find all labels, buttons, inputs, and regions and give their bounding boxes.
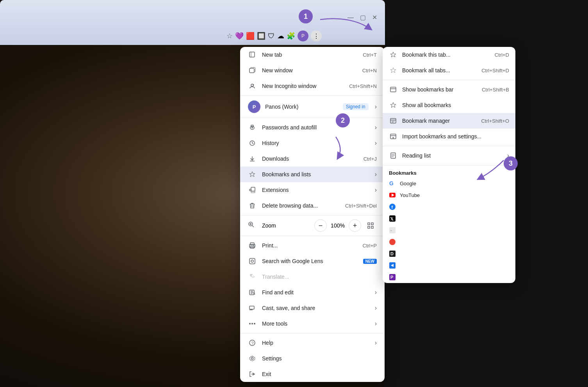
menu-new-window[interactable]: New window Ctrl+N xyxy=(240,63,385,78)
bookmark-star-icon[interactable]: ☆ xyxy=(226,32,233,40)
svg-rect-28 xyxy=(249,258,255,264)
bm-show-bar-shortcut: Ctrl+Shift+B xyxy=(482,87,509,93)
divider-2 xyxy=(240,118,385,118)
bookmark-purple-p[interactable]: P xyxy=(383,271,515,283)
svg-text:?: ? xyxy=(251,341,254,346)
step-2-circle: 2 xyxy=(336,113,350,127)
search-lens-icon xyxy=(248,257,257,265)
find-edit-arrow-icon: › xyxy=(375,289,377,296)
menu-bookmarks[interactable]: Bookmarks and lists › xyxy=(240,167,385,182)
menu-delete-browsing[interactable]: Delete browsing data... Ctrl+Shift+Del xyxy=(240,198,385,213)
zoom-label: Zoom xyxy=(262,222,314,229)
menu-search-lens[interactable]: Search with Google Lens NEW xyxy=(240,253,385,269)
google-label: Google xyxy=(400,181,416,186)
divider-3 xyxy=(240,215,385,215)
bookmarks-icon xyxy=(248,170,257,179)
profile-avatar-icon[interactable]: P xyxy=(298,30,308,41)
bm-import-label: Import bookmarks and settings... xyxy=(402,133,509,140)
help-label: Help xyxy=(262,340,372,346)
downloads-shortcut: Ctrl+J xyxy=(363,156,377,162)
bookmark-google[interactable]: G Google xyxy=(383,177,515,189)
exit-icon xyxy=(248,370,257,378)
menu-settings[interactable]: Settings xyxy=(240,351,385,366)
print-shortcut: Ctrl+P xyxy=(363,243,377,249)
bm-import[interactable]: Import bookmarks and settings... xyxy=(383,129,515,144)
menu-downloads[interactable]: Downloads Ctrl+J xyxy=(240,151,385,167)
svg-point-6 xyxy=(252,127,253,129)
new-window-label: New window xyxy=(262,67,362,73)
bookmark-red[interactable] xyxy=(383,236,515,248)
cast-save-label: Cast, save, and share xyxy=(262,305,372,311)
find-edit-icon xyxy=(248,288,257,297)
bookmark-tab-icon xyxy=(389,50,397,59)
bm-bookmark-tab[interactable]: Bookmark this tab... Ctrl+D xyxy=(383,47,515,63)
bm-show-all[interactable]: Show all bookmarks xyxy=(383,97,515,113)
search-lens-label: Search with Google Lens xyxy=(262,258,360,264)
bm-bookmark-manager[interactable]: Bookmark manager Ctrl+Shift+O xyxy=(383,113,515,129)
bm-bookmark-all[interactable]: Bookmark all tabs... Ctrl+Shift+D xyxy=(383,63,515,78)
bookmark-twitter[interactable]: 𝕏 xyxy=(383,213,515,224)
bookmark-youtube[interactable]: YouTube xyxy=(383,189,515,201)
cast-save-icon xyxy=(248,304,257,312)
menu-cast-save[interactable]: Cast, save, and share › xyxy=(240,300,385,316)
close-button[interactable]: ✕ xyxy=(372,14,377,21)
window-controls: — ▢ ✕ xyxy=(347,14,377,21)
cast-save-arrow-icon: › xyxy=(375,305,377,312)
menu-passwords[interactable]: Passwords and autofill › xyxy=(240,120,385,135)
menu-translate[interactable]: Translate... xyxy=(240,269,385,285)
zoom-icon xyxy=(248,221,257,230)
svg-text:D: D xyxy=(390,251,394,256)
blue-arrow-favicon xyxy=(389,262,396,269)
svg-rect-20 xyxy=(368,223,370,225)
menu-help[interactable]: ? Help › xyxy=(240,335,385,351)
menu-more-tools[interactable]: More tools › xyxy=(240,316,385,331)
new-tab-icon xyxy=(248,50,257,59)
downloads-label: Downloads xyxy=(262,156,363,162)
extension-icon-1[interactable]: 💜 xyxy=(235,32,244,40)
extension-icon-5[interactable]: ☁ xyxy=(277,32,284,40)
divider-5 xyxy=(240,333,385,333)
extension-icon-3[interactable]: 🔲 xyxy=(257,32,265,40)
bookmark-blue-arrow[interactable] xyxy=(383,260,515,271)
more-tools-arrow-icon: › xyxy=(375,320,377,327)
profile-name: Panos (Work) xyxy=(265,104,343,110)
menu-exit[interactable]: Exit xyxy=(240,366,385,382)
divider-4 xyxy=(240,236,385,236)
bookmark-dark-d[interactable]: D xyxy=(383,248,515,260)
bookmark-unknown1[interactable]: ~ xyxy=(383,224,515,236)
passwords-arrow-icon: › xyxy=(375,124,377,131)
bm-reading-list[interactable]: Reading list › xyxy=(383,148,515,163)
extension-icon-2[interactable]: 🟥 xyxy=(246,32,255,40)
menu-print[interactable]: Print... Ctrl+P xyxy=(240,238,385,253)
zoom-decrease-button[interactable]: − xyxy=(314,219,327,232)
menu-extensions[interactable]: Extensions › xyxy=(240,182,385,198)
zoom-expand-button[interactable] xyxy=(364,219,377,232)
show-all-icon xyxy=(389,101,397,109)
menu-kebab-icon[interactable]: ⋮ xyxy=(311,30,322,41)
maximize-button[interactable]: ▢ xyxy=(360,14,366,21)
red-favicon xyxy=(389,238,396,245)
bm-show-bar[interactable]: Show bookmarks bar Ctrl+Shift+B xyxy=(383,82,515,97)
menu-new-tab[interactable]: New tab Ctrl+T xyxy=(240,47,385,63)
svg-point-29 xyxy=(251,260,253,262)
extension-icon-6[interactable]: 🧩 xyxy=(287,32,295,40)
extension-icon-4[interactable]: 🛡 xyxy=(268,32,275,40)
menu-find-edit[interactable]: Find and edit › xyxy=(240,285,385,300)
bm-divider-2 xyxy=(383,146,515,146)
print-icon xyxy=(248,241,257,250)
purple-p-favicon: P xyxy=(389,274,396,281)
bm-bookmark-all-shortcut: Ctrl+Shift+D xyxy=(481,68,509,73)
menu-incognito[interactable]: New Incognito window Ctrl+Shift+N xyxy=(240,78,385,94)
bookmark-facebook[interactable]: f xyxy=(383,201,515,213)
minimize-button[interactable]: — xyxy=(347,14,354,21)
menu-history[interactable]: History › xyxy=(240,135,385,151)
bookmarks-submenu: Bookmark this tab... Ctrl+D Bookmark all… xyxy=(383,47,515,283)
menu-profile[interactable]: P Panos (Work) Signed in › xyxy=(240,97,385,116)
svg-text:f: f xyxy=(392,205,393,210)
more-tools-label: More tools xyxy=(262,321,372,327)
find-edit-label: Find and edit xyxy=(262,289,372,296)
bm-bookmark-manager-shortcut: Ctrl+Shift+O xyxy=(481,118,509,124)
zoom-increase-button[interactable]: + xyxy=(349,219,361,232)
svg-marker-10 xyxy=(249,172,255,177)
svg-point-36 xyxy=(251,310,251,310)
